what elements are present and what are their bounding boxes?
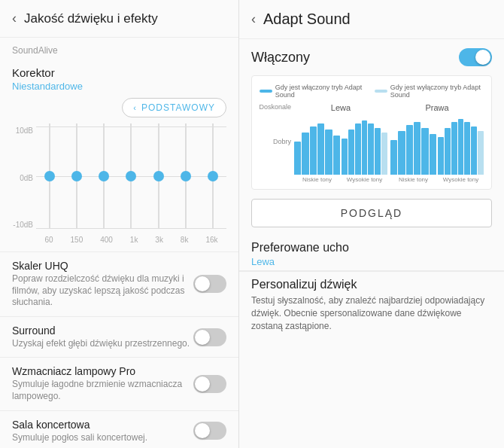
sala-toggle[interactable] [193,422,226,440]
podglad-button[interactable]: PODGLĄD [251,199,492,227]
bar-col [406,114,413,175]
wzmacniacz-item: Wzmacniacz lampowy Pro Symuluje łagodne … [0,357,238,410]
lewa-subgroups: Niskie tony [294,114,387,183]
skaler-uhq-text: Skaler UHQ Popraw rozdzielczość dźwięku … [12,260,193,309]
eq-bar-3[interactable] [103,123,105,229]
eq-bar-1[interactable] [49,123,50,229]
legend-inactive-label: Gdy jest wyłączony tryb Adapt Sound [390,84,484,99]
lewa-title: Lewa [294,103,387,112]
right-header: ‹ Adapt Sound [239,0,504,39]
prawa-niskie-bars [390,114,436,175]
eq-bar-6[interactable] [185,123,187,229]
freq-400: 400 [100,236,113,244]
bar-col [348,114,354,175]
lewa-wysokie-label: Wysokie tony [342,176,387,183]
eq-track-5 [158,123,159,229]
freq-16k: 16k [205,236,217,244]
bar-active [430,134,436,175]
surround-item: Surround Uzyskaj efekt głębi dźwięku prz… [0,316,238,358]
eq-dot-2 [71,171,82,181]
wzmacniacz-toggle[interactable] [193,375,226,393]
sala-name: Sala koncertowa [12,419,193,431]
bar-col [451,114,457,175]
bar-col [368,114,374,175]
sala-item: Sala koncertowa Symuluje pogłos sali kon… [0,410,238,448]
eq-chart: 10dB 0dB -10dB [12,123,226,244]
y-label-dobry: Dobry [273,138,291,145]
wzmacniacz-desc: Symuluje łagodne brzmienie wzmacniacza l… [12,379,193,402]
surround-toggle[interactable] [193,328,226,346]
bar-col [302,114,308,175]
bar-active [368,123,374,175]
surround-name: Surround [12,325,193,337]
y-label-doskonale: Doskonale [259,103,291,111]
eq-y-mid: 0dB [12,174,33,182]
bar-col [362,114,368,175]
prawa-niskie: Niskie tony [390,114,436,183]
eq-bar-4[interactable] [130,123,132,229]
korektor-title: Korektor [12,66,226,79]
chart-groups: Lewa [294,103,484,183]
bar-col [375,114,381,175]
eq-bar-5[interactable] [158,123,159,229]
bar-active [458,119,464,175]
lewa-niskie: Niskie tony [294,114,340,183]
prawa-subgroups: Niskie tony [390,114,484,183]
surround-knob [195,330,210,345]
korektor-subtitle: Niestandardowe [12,81,226,92]
bar-inactive [478,131,484,175]
eq-bar-2[interactable] [76,123,77,229]
korektor-section: Korektor Niestandardowe [0,59,238,98]
wzmacniacz-name: Wzmacniacz lampowy Pro [12,365,193,377]
eq-dot-6 [181,171,191,181]
surround-text: Surround Uzyskaj efekt głębi dźwięku prz… [12,325,193,350]
back-arrow-icon[interactable]: ‹ [12,11,17,26]
freq-3k: 3k [155,236,163,244]
prawa-niskie-label: Niskie tony [390,176,436,183]
chart-y-axis: Doskonale Dobry [260,103,294,183]
bar-active [445,128,451,175]
bar-active [464,122,470,175]
bar-active [406,125,413,175]
eq-track-6 [185,123,187,229]
skaler-uhq-toggle[interactable] [193,275,226,293]
right-back-arrow-icon[interactable]: ‹ [251,11,256,27]
chart-group-prawa: Prawa [390,103,484,183]
lewa-niskie-label: Niskie tony [294,176,340,183]
bar-col [421,114,428,175]
bar-col [333,114,340,175]
bar-active [438,137,444,175]
eq-bar-7[interactable] [212,123,214,229]
chart-group-lewa: Lewa [294,103,387,183]
skaler-uhq-name: Skaler UHQ [12,260,193,272]
bar-col [438,114,444,175]
prawa-wysokie-label: Wysokie tony [438,176,484,183]
wlaczony-knob [475,50,490,65]
bar-col [430,114,436,175]
bar-active [421,128,428,175]
bar-active [451,122,457,175]
podstawowy-button[interactable]: ‹ PODSTAWOWY [122,98,226,117]
eq-track-1 [49,123,50,229]
chevron-left-icon: ‹ [133,103,137,112]
eq-container: ‹ PODSTAWOWY 10dB 0dB -10dB [0,98,238,251]
left-header: ‹ Jakość dźwięku i efekty [0,0,238,38]
eq-bars [36,123,226,229]
preferowane-ucho-value[interactable]: Lewa [251,256,492,267]
skaler-uhq-item: Skaler UHQ Popraw rozdzielczość dźwięku … [0,251,238,316]
eq-y-top: 10dB [12,126,33,135]
sala-desc: Symuluje pogłos sali koncertowej. [12,432,193,444]
bar-col [294,114,301,175]
bar-col [342,114,348,175]
bar-active [390,140,397,175]
wlaczony-label: Włączony [251,50,310,66]
bar-active [362,120,368,175]
bar-col [478,114,484,175]
eq-y-bot: -10dB [12,221,33,229]
adapt-sound-chart: Gdy jest włączony tryb Adapt Sound Gdy j… [251,75,492,190]
freq-150: 150 [71,236,83,244]
wlaczony-toggle[interactable] [459,48,492,66]
eq-track-4 [130,123,132,229]
prawa-wysokie: Wysokie tony [438,114,484,183]
freq-60: 60 [44,236,53,244]
